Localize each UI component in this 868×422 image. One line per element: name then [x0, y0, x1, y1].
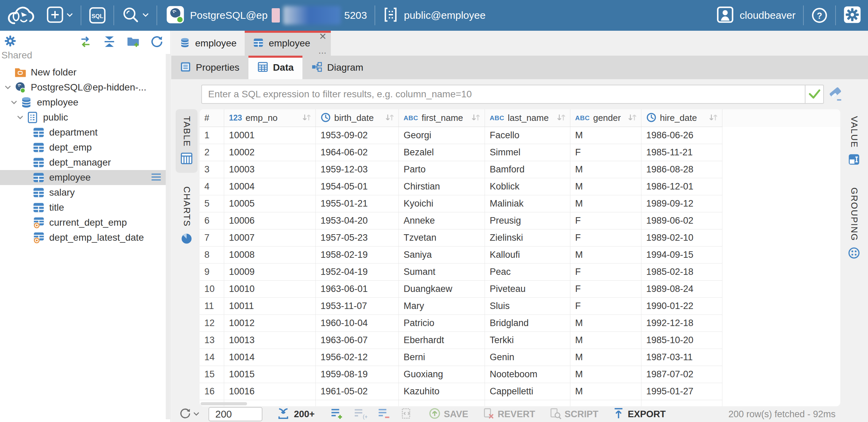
data-cell-emp_no[interactable]: 10015	[224, 366, 316, 383]
data-cell-hire_date[interactable]: 1995-01-27	[641, 383, 722, 400]
data-cell-hire_date[interactable]: 1985-02-18	[641, 264, 722, 281]
data-cell-gender[interactable]: M	[570, 178, 641, 195]
data-cell-emp_no[interactable]: 10001	[224, 127, 316, 144]
row-number-cell[interactable]: 14	[200, 349, 224, 366]
horizontal-scrollbar-thumb[interactable]	[201, 402, 247, 405]
data-cell-last_name[interactable]: Cappelletti	[485, 383, 570, 400]
data-cell-gender[interactable]: F	[570, 212, 641, 229]
data-cell-birth_date[interactable]: 1953-04-20	[316, 212, 399, 229]
presentation-tab-table[interactable]: TABLE	[176, 109, 198, 173]
data-cell-first_name[interactable]: Anneke	[399, 212, 485, 229]
refresh-menu-chevron-icon[interactable]	[193, 411, 200, 417]
data-cell-emp_no[interactable]: 10014	[224, 349, 316, 366]
data-cell-hire_date[interactable]: 1989-08-24	[641, 281, 722, 298]
row-number-cell[interactable]: 1	[200, 127, 224, 144]
data-cell-gender[interactable]: F	[570, 229, 641, 247]
link-with-editor-icon[interactable]	[78, 36, 93, 50]
sql-editor-button[interactable]: SQL	[89, 7, 106, 24]
column-header-gender[interactable]: ABCgender	[570, 109, 641, 127]
item-actions-menu-icon[interactable]	[150, 172, 162, 183]
data-cell-hire_date[interactable]: 1986-06-26	[641, 127, 722, 144]
data-cell-hire_date[interactable]: 1994-09-15	[641, 247, 722, 264]
data-cell-emp_no[interactable]: 10010	[224, 281, 316, 298]
new-connection-button[interactable]	[46, 6, 73, 25]
row-number-cell[interactable]: 15	[200, 366, 224, 383]
schema-selector[interactable]: public@employee	[383, 7, 486, 24]
collapse-all-icon[interactable]	[103, 35, 116, 50]
data-cell-gender[interactable]: M	[570, 332, 641, 349]
data-cell-first_name[interactable]: Tzvetan	[399, 229, 485, 247]
data-cell-emp_no[interactable]: 10004	[224, 178, 316, 195]
document-tab-employee[interactable]: employee	[171, 31, 245, 56]
refresh-icon[interactable]	[150, 35, 164, 50]
revert-button[interactable]: REVERT	[482, 407, 535, 421]
fetch-more-button[interactable]: 200+	[276, 407, 315, 422]
view-tab-properties[interactable]: Properties	[171, 56, 248, 79]
data-cell-first_name[interactable]: Parto	[399, 161, 485, 178]
data-cell-birth_date[interactable]: 1954-05-01	[316, 178, 399, 195]
data-cell-emp_no[interactable]: 10005	[224, 195, 316, 212]
data-cell-hire_date[interactable]: 1986-12-01	[641, 178, 722, 195]
column-header-emp_no[interactable]: 123emp_no	[224, 109, 316, 127]
tree-item-dept-emp-latest-date[interactable]: dept_emp_latest_date	[0, 230, 166, 245]
data-cell-gender[interactable]: M	[570, 366, 641, 383]
save-button[interactable]: SAVE	[428, 407, 469, 421]
data-cell-first_name[interactable]: Mary	[399, 298, 485, 315]
data-cell-gender[interactable]: M	[570, 349, 641, 366]
tree-item-title[interactable]: title	[0, 200, 166, 215]
data-cell-first_name[interactable]: Guoxiang	[399, 366, 485, 383]
data-cell-hire_date[interactable]: 1989-06-02	[641, 212, 722, 229]
data-cell-last_name[interactable]: Koblick	[485, 178, 570, 195]
data-cell-last_name[interactable]: Genin	[485, 349, 570, 366]
tree-item-employee[interactable]: employee	[0, 170, 166, 185]
data-cell-hire_date[interactable]: 1987-03-11	[641, 349, 722, 366]
filter-input[interactable]	[202, 85, 805, 103]
row-number-cell[interactable]: 16	[200, 383, 224, 400]
data-cell-gender[interactable]: M	[570, 161, 641, 178]
clear-filter-button[interactable]	[827, 86, 843, 102]
sidebar-scrollbar[interactable]	[166, 54, 170, 419]
export-button[interactable]: EXPORT	[612, 407, 666, 421]
tab-close-icon[interactable]: ✕	[319, 32, 327, 41]
data-cell-hire_date[interactable]: 1987-07-02	[641, 366, 722, 383]
data-cell-hire_date[interactable]: 1989-02-10	[641, 229, 722, 247]
data-cell-birth_date[interactable]: 1952-04-19	[316, 264, 399, 281]
presentation-tab-charts[interactable]: CHARTS	[176, 180, 198, 253]
row-number-cell[interactable]: 2	[200, 144, 224, 161]
row-number-cell[interactable]: 10	[200, 281, 224, 298]
data-cell-last_name[interactable]: Zielinski	[485, 229, 570, 247]
data-cell-emp_no[interactable]: 10008	[224, 247, 316, 264]
tree-item-current-dept-emp[interactable]: current_dept_emp	[0, 215, 166, 230]
data-cell-hire_date[interactable]: 1986-08-28	[641, 161, 722, 178]
data-cell-emp_no[interactable]: 10006	[224, 212, 316, 229]
apply-filter-button[interactable]	[805, 85, 823, 103]
data-cell-birth_date[interactable]: 1953-11-07	[316, 298, 399, 315]
settings-button[interactable]	[843, 6, 861, 25]
data-cell-first_name[interactable]: Patricio	[399, 315, 485, 332]
fetch-size-input[interactable]	[208, 407, 262, 421]
tab-menu-dots-icon[interactable]: ...	[318, 46, 327, 55]
sort-arrows-icon[interactable]	[301, 113, 312, 123]
column-header-birth_date[interactable]: birth_date	[316, 109, 399, 127]
data-cell-last_name[interactable]: Terkki	[485, 332, 570, 349]
data-cell-emp_no[interactable]: 10009	[224, 264, 316, 281]
tree-item-new-folder[interactable]: New folder	[0, 65, 166, 80]
sidebar-settings-gear-icon[interactable]	[3, 34, 17, 49]
row-number-cell[interactable]: 3	[200, 161, 224, 178]
row-number-cell[interactable]: 8	[200, 247, 224, 264]
data-cell-hire_date[interactable]: 1990-01-22	[641, 298, 722, 315]
column-header-last_name[interactable]: ABClast_name	[485, 109, 570, 127]
row-number-cell[interactable]: 11	[200, 298, 224, 315]
tree-item-dept-manager[interactable]: dept_manager	[0, 155, 166, 170]
row-number-cell[interactable]: 9	[200, 264, 224, 281]
data-cell-last_name[interactable]: Maliniak	[485, 195, 570, 212]
data-cell-last_name[interactable]: Nooteboom	[485, 366, 570, 383]
tree-item-public[interactable]: public	[0, 110, 166, 125]
data-cell-first_name[interactable]: Kazuhito	[399, 383, 485, 400]
data-cell-gender[interactable]: F	[570, 298, 641, 315]
data-cell-last_name[interactable]: Bamford	[485, 161, 570, 178]
column-header-first_name[interactable]: ABCfirst_name	[399, 109, 485, 127]
row-number-cell[interactable]: 5	[200, 195, 224, 212]
data-cell-first_name[interactable]: Duangkaew	[399, 281, 485, 298]
data-cell-birth_date[interactable]: 1960-10-04	[316, 315, 399, 332]
